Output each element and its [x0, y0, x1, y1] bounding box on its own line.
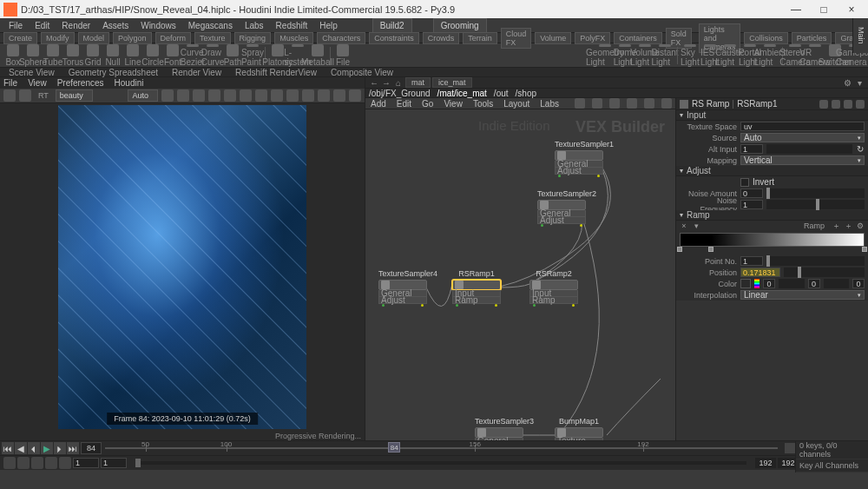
network-canvas[interactable]: Indie Edition VEX Builder Te: [365, 109, 675, 440]
color-swatch[interactable]: [740, 279, 751, 288]
shelf-tab[interactable]: Collisions: [744, 32, 788, 44]
menu-render[interactable]: Render: [56, 19, 95, 32]
net-menu-edit[interactable]: Edit: [395, 99, 413, 109]
rv-menu-view[interactable]: View: [28, 78, 47, 88]
interpolation-select[interactable]: Linear: [740, 290, 865, 300]
render-mode[interactable]: RT: [35, 91, 52, 100]
range-start2[interactable]: 1: [101, 458, 127, 468]
color-r[interactable]: 0: [763, 279, 775, 288]
param-btn-gear-icon[interactable]: [819, 100, 828, 109]
node-rsramp2[interactable]: RSRamp2 Input Ramp: [529, 269, 578, 307]
color-b[interactable]: 0: [852, 279, 865, 288]
network-editor[interactable]: Add Edit Go View Tools Layout Labs: [365, 98, 675, 440]
shelf-tab[interactable]: Rigging: [234, 32, 272, 44]
tl-lock-icon[interactable]: [785, 443, 795, 453]
rv-btn-c[interactable]: [193, 89, 205, 102]
noise-freq-slider[interactable]: [766, 200, 865, 209]
ramp-gear-icon[interactable]: ⚙: [856, 221, 865, 230]
tool-geomlight[interactable]: Geometry Light: [595, 44, 615, 67]
invert-checkbox[interactable]: [740, 178, 749, 187]
close-button[interactable]: ×: [838, 2, 865, 17]
section-ramp[interactable]: ▾Ramp: [676, 210, 868, 221]
tool-tube[interactable]: Tube: [43, 44, 62, 67]
shelf-tab[interactable]: Containers: [614, 32, 662, 44]
range-start1[interactable]: 1: [73, 458, 99, 468]
bb-btn-d[interactable]: [45, 457, 57, 469]
net-btn-f[interactable]: [661, 98, 672, 109]
desktop-grooming[interactable]: Grooming: [433, 18, 487, 33]
channel-mode[interactable]: Key All Channels: [796, 459, 868, 472]
menu-assets[interactable]: Assets: [97, 19, 134, 32]
shelf-tab[interactable]: PolyFX: [575, 32, 610, 44]
rv-btn-f[interactable]: [240, 89, 252, 102]
bc-ice-mat[interactable]: /mat/ice_mat: [437, 89, 487, 98]
bc-fx-ground[interactable]: /obj/FX_Ground: [369, 89, 431, 98]
range-slider[interactable]: [135, 461, 746, 465]
menu-redshift[interactable]: Redshift: [271, 19, 313, 32]
section-adjust[interactable]: ▾Adjust: [676, 166, 868, 176]
rv-btn-j[interactable]: [302, 89, 314, 102]
net-menu-layout[interactable]: Layout: [502, 99, 531, 109]
rv-btn-k[interactable]: [318, 89, 330, 102]
tab-geo-spreadsheet[interactable]: Geometry Spreadsheet: [63, 68, 163, 77]
node-texturesampler2[interactable]: TextureSampler2 General Adjust: [537, 189, 586, 228]
minimize-button[interactable]: —: [783, 2, 809, 17]
position-slider[interactable]: [784, 268, 865, 277]
shelf-tab[interactable]: Create: [3, 32, 37, 44]
nav-home-icon[interactable]: ⌂: [393, 77, 404, 88]
color-r-slider[interactable]: [779, 279, 805, 288]
ramp-stop-0[interactable]: [677, 247, 682, 252]
section-input[interactable]: ▾Input: [676, 110, 868, 121]
tab-redshift-renderview[interactable]: Redshift RenderView: [230, 68, 322, 77]
timeline-slider[interactable]: 50 100 156 192 84: [105, 442, 778, 454]
play-stepback-icon[interactable]: ⏴: [28, 442, 40, 454]
tool-path[interactable]: Path: [223, 44, 242, 67]
ramp-gradient[interactable]: [680, 233, 865, 247]
rv-btn-h[interactable]: [271, 89, 283, 102]
play-first-icon[interactable]: ⏮: [2, 442, 14, 454]
bb-btn-a[interactable]: [3, 457, 16, 469]
shelf-tab[interactable]: Modify: [41, 32, 75, 44]
tab-composite-view[interactable]: Composite View: [326, 68, 398, 77]
rv-btn-toggle2[interactable]: [19, 89, 31, 102]
desktop-build[interactable]: Build2: [372, 18, 412, 33]
net-menu-add[interactable]: Add: [369, 99, 388, 109]
rv-menu-prefs[interactable]: Preferences: [57, 78, 104, 88]
tool-spray[interactable]: Spray Paint: [243, 44, 262, 67]
shelf-tab[interactable]: Crowds: [423, 32, 460, 44]
tool-sphere[interactable]: Sphere: [23, 44, 43, 67]
menu-windows[interactable]: Windows: [135, 19, 181, 32]
tool-causticlight[interactable]: Caustic Light: [720, 44, 740, 67]
menu-help[interactable]: Help: [314, 19, 343, 32]
rv-btn-m[interactable]: [349, 89, 361, 102]
shelf-tab[interactable]: Polygon: [113, 32, 152, 44]
auto-select[interactable]: Auto: [128, 89, 158, 102]
ramp-add2-icon[interactable]: ＋: [844, 221, 852, 230]
rv-btn-i[interactable]: [286, 89, 299, 102]
ramp-stop-2[interactable]: [862, 247, 867, 252]
rv-btn-toggle1[interactable]: [3, 89, 16, 102]
net-menu-labs[interactable]: Labs: [538, 99, 561, 109]
menu-megascans[interactable]: Megascans: [183, 19, 238, 32]
ramp-del-icon[interactable]: ×: [680, 221, 688, 230]
net-btn-b[interactable]: [592, 98, 602, 109]
shelf-tab[interactable]: Cloud FX: [501, 28, 532, 49]
source-select[interactable]: Auto: [740, 133, 865, 142]
tool-distlight[interactable]: Distant Light: [655, 44, 674, 67]
current-frame[interactable]: 84: [81, 442, 102, 454]
path-mat[interactable]: mat: [405, 77, 431, 88]
bb-btn-b[interactable]: [17, 457, 30, 469]
texture-space-field[interactable]: uv: [740, 122, 865, 131]
desktop-main-tab[interactable]: Main: [852, 18, 868, 53]
tool-metaball[interactable]: Metaball: [308, 44, 327, 67]
rv-btn-e[interactable]: [224, 89, 236, 102]
tool-null[interactable]: Null: [103, 44, 122, 67]
bc-shop[interactable]: /shop: [516, 89, 536, 98]
color-g[interactable]: 0: [808, 279, 820, 288]
bc-out[interactable]: /out: [494, 89, 509, 98]
alt-input-slider[interactable]: [766, 144, 852, 154]
play-last-icon[interactable]: ⏭: [67, 442, 79, 454]
shelf-tab[interactable]: Texture: [194, 32, 231, 44]
noise-freq-field[interactable]: 1: [740, 200, 763, 209]
tab-scene-view[interactable]: Scene View: [3, 68, 60, 77]
